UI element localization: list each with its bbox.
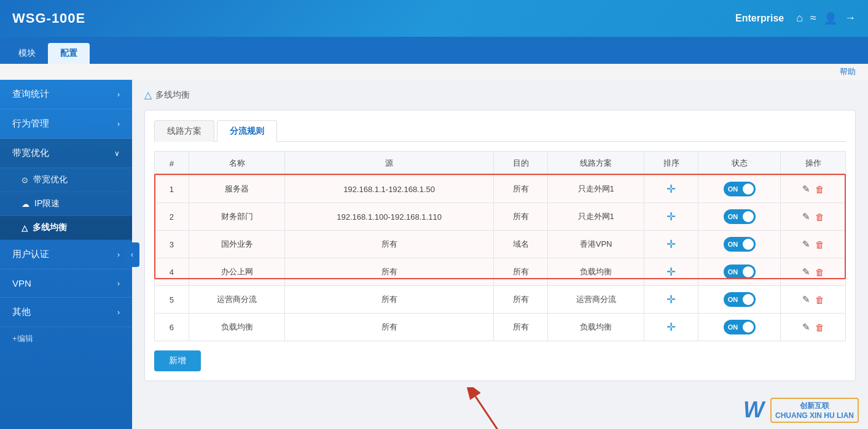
toggle-on[interactable]: ON <box>724 320 756 334</box>
toggle-on[interactable]: ON <box>724 237 756 252</box>
header-icons: ⌂ ≈ 👤 → <box>796 12 856 25</box>
toggle-on[interactable]: ON <box>724 292 756 307</box>
cell-num: 6 <box>155 314 189 341</box>
cell-sort: ✛ <box>644 203 698 231</box>
cell-num: 5 <box>155 286 189 314</box>
sidebar-item-other[interactable]: 其他 › <box>0 298 132 327</box>
col-action: 操作 <box>781 152 846 176</box>
drag-icon[interactable]: ✛ <box>667 183 676 195</box>
cell-plan: 只走外网1 <box>548 176 644 203</box>
edit-icon[interactable]: ✎ <box>802 211 810 222</box>
delete-icon[interactable]: 🗑 <box>815 295 824 305</box>
delete-icon[interactable]: 🗑 <box>815 322 824 333</box>
tab-routing-plan[interactable]: 线路方案 <box>154 120 214 142</box>
cell-dest: 所有 <box>493 258 548 286</box>
sidebar-item-label: 其他 <box>12 306 31 318</box>
watermark: W 创新互联CHUANG XIN HU LIAN <box>743 397 859 423</box>
card-tabs: 线路方案 分流规则 <box>154 120 846 142</box>
table-row: 1 服务器 192.168.1.1-192.168.1.50 所有 只走外网1 … <box>155 176 846 203</box>
edit-icon[interactable]: ✎ <box>802 239 810 250</box>
delete-icon[interactable]: 🗑 <box>815 212 824 222</box>
sidebar-item-label: 带宽优化 <box>12 147 49 159</box>
table-row: 3 国外业务 所有 域名 香港VPN ✛ ON ✎ 🗑 <box>155 231 846 258</box>
drag-icon[interactable]: ✛ <box>667 293 676 306</box>
user-icon[interactable]: 👤 <box>824 12 837 25</box>
cell-status: ON <box>698 314 781 341</box>
enterprise-label: Enterprise <box>735 13 784 24</box>
sidebar-item-user-auth[interactable]: 用户认证 › <box>0 240 132 269</box>
cell-num: 3 <box>155 231 189 258</box>
sidebar-item-query-stats[interactable]: 查询统计 › <box>0 80 132 109</box>
sidebar-sub-bandwidth-opt[interactable]: ⊙ 带宽优化 <box>0 168 132 192</box>
action-icons: ✎ 🗑 <box>788 184 838 195</box>
tab-split-rules[interactable]: 分流规则 <box>217 120 277 142</box>
drag-icon[interactable]: ✛ <box>667 238 676 250</box>
watermark-brand: 创新互联CHUANG XIN HU LIAN <box>770 398 859 423</box>
sidebar-sub-ip-limit[interactable]: ☁ IP限速 <box>0 192 132 216</box>
sidebar-item-bandwidth-opt[interactable]: 带宽优化 ∨ <box>0 139 132 168</box>
action-icons: ✎ 🗑 <box>788 322 838 333</box>
chevron-right-icon: › <box>117 120 120 128</box>
sidebar-item-vpn[interactable]: VPN › <box>0 269 132 298</box>
delete-icon[interactable]: 🗑 <box>815 267 824 277</box>
toggle-circle <box>743 211 754 222</box>
content-area: △ 多线均衡 线路方案 分流规则 # 名称 源 <box>132 80 868 429</box>
toggle-label: ON <box>728 268 738 276</box>
toggle-on[interactable]: ON <box>724 182 756 196</box>
cell-dest: 所有 <box>493 286 548 314</box>
sidebar-toggle[interactable]: ‹ <box>125 242 139 267</box>
sidebar-edit[interactable]: +编辑 <box>0 327 132 350</box>
cell-plan: 只走外网1 <box>548 203 644 231</box>
cell-plan: 运营商分流 <box>548 286 644 314</box>
toggle-circle <box>743 322 754 333</box>
toggle-on[interactable]: ON <box>724 265 756 279</box>
help-link[interactable]: 帮助 <box>840 67 856 76</box>
edit-icon[interactable]: ✎ <box>802 266 810 277</box>
drag-icon[interactable]: ✛ <box>667 266 676 278</box>
cell-dest: 所有 <box>493 314 548 341</box>
sidebar-sub-label: 多线均衡 <box>33 222 67 233</box>
toggle-on[interactable]: ON <box>724 209 756 224</box>
tab-config[interactable]: 配置 <box>48 43 90 64</box>
cell-actions: ✎ 🗑 <box>781 258 846 286</box>
action-icons: ✎ 🗑 <box>788 266 838 277</box>
sidebar-item-behavior-mgmt[interactable]: 行为管理 › <box>0 109 132 139</box>
add-button[interactable]: 新增 <box>154 350 201 371</box>
cell-actions: ✎ 🗑 <box>781 176 846 203</box>
home-icon[interactable]: ⌂ <box>796 12 803 25</box>
cell-sort: ✛ <box>644 176 698 203</box>
tab-module[interactable]: 模块 <box>6 43 48 64</box>
drag-icon[interactable]: ✛ <box>667 321 676 333</box>
annotation-arrow <box>463 387 537 429</box>
cell-num: 2 <box>155 203 189 231</box>
toggle-label: ON <box>728 185 738 193</box>
col-num: # <box>155 152 189 176</box>
top-nav: 模块 配置 <box>0 37 868 64</box>
sidebar-sub-multiline[interactable]: △ 多线均衡 <box>0 216 132 240</box>
cell-name: 负载均衡 <box>189 314 284 341</box>
logout-icon[interactable]: → <box>845 12 856 25</box>
drag-icon[interactable]: ✛ <box>667 211 676 223</box>
edit-icon[interactable]: ✎ <box>802 294 810 305</box>
triangle-icon: △ <box>22 223 28 233</box>
edit-icon[interactable]: ✎ <box>802 322 810 333</box>
cell-sort: ✛ <box>644 314 698 341</box>
action-icons: ✎ 🗑 <box>788 239 838 250</box>
delete-icon[interactable]: 🗑 <box>815 239 824 250</box>
watermark-w: W <box>743 397 764 423</box>
chevron-down-icon: ∨ <box>114 149 120 158</box>
toggle-circle <box>743 294 754 305</box>
table-row: 4 办公上网 所有 所有 负载均衡 ✛ ON ✎ 🗑 <box>155 258 846 286</box>
toggle-circle <box>743 266 754 277</box>
wifi-icon[interactable]: ≈ <box>810 12 816 25</box>
delete-icon[interactable]: 🗑 <box>815 184 824 195</box>
sidebar-item-label: 行为管理 <box>12 118 49 129</box>
breadcrumb-label: 多线均衡 <box>155 90 190 101</box>
edit-icon[interactable]: ✎ <box>802 184 810 195</box>
col-source: 源 <box>285 152 494 176</box>
cell-name: 国外业务 <box>189 231 284 258</box>
col-sort: 排序 <box>644 152 698 176</box>
main-layout: 查询统计 › 行为管理 › 带宽优化 ∨ ⊙ 带宽优化 ☁ IP限速 △ 多线均… <box>0 80 868 429</box>
chevron-right-icon: › <box>117 308 120 317</box>
col-plan: 线路方案 <box>548 152 644 176</box>
